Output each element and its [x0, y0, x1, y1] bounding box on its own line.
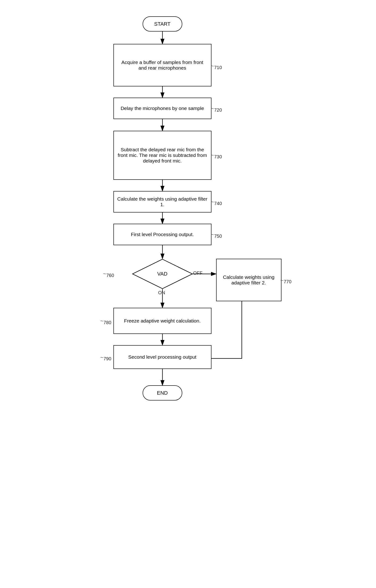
box-780: Freeze adaptive weight calculation.	[114, 308, 211, 334]
start-label: START	[154, 21, 170, 27]
box-710: Acquire a buffer of samples from front a…	[114, 44, 211, 86]
label-780: 780	[104, 320, 111, 325]
tilde-750: ~	[211, 232, 214, 238]
box-730: Subtract the delayed rear mic from the f…	[114, 131, 211, 180]
tilde-730: ~	[211, 152, 214, 158]
box730-text: Subtract the delayed rear mic from the f…	[117, 147, 208, 164]
tilde-720: ~	[211, 106, 214, 112]
box750-text: First level Processing output.	[131, 232, 194, 237]
box740-text: Calculate the weights using adaptive fil…	[117, 196, 208, 207]
label-710: 710	[214, 65, 222, 70]
tilde-760: ~	[103, 271, 106, 277]
box780-text: Freeze adaptive weight calculation.	[124, 318, 200, 324]
tilde-780: ~	[100, 318, 103, 324]
label-790: 790	[104, 356, 111, 362]
tilde-790: ~	[100, 354, 103, 361]
vad-label: VAD	[157, 271, 167, 277]
box790-text: Second level processing output	[128, 354, 197, 360]
label-760: 760	[106, 273, 114, 278]
label-720: 720	[214, 107, 222, 113]
box-790: Second level processing output	[114, 345, 211, 369]
label-750: 750	[214, 234, 222, 239]
label-740: 740	[214, 201, 222, 206]
on-label: ON	[158, 290, 165, 295]
box770-text: Calculate weights using adaptive filter …	[220, 274, 278, 286]
tilde-710: ~	[211, 63, 214, 69]
flowchart-diagram: START Acquire a buffer of samples from f…	[83, 9, 293, 570]
end-label: END	[157, 390, 167, 396]
off-label: OFF	[193, 270, 203, 276]
box-720: Delay the microphones by one sample	[114, 98, 211, 119]
box-740: Calculate the weights using adaptive fil…	[114, 191, 211, 213]
end-node: END	[143, 385, 182, 400]
box710-text: Acquire a buffer of samples from front a…	[117, 60, 208, 71]
tilde-770: ~	[281, 278, 283, 283]
label-730: 730	[214, 154, 222, 160]
start-node: START	[143, 16, 182, 32]
box-770: Calculate weights using adaptive filter …	[216, 259, 282, 301]
tilde-740: ~	[211, 199, 214, 205]
vad-diamond: VAD	[132, 259, 193, 289]
box-750: First level Processing output.	[114, 224, 211, 245]
box720-text: Delay the microphones by one sample	[121, 106, 204, 111]
label-770: 770	[284, 279, 292, 284]
